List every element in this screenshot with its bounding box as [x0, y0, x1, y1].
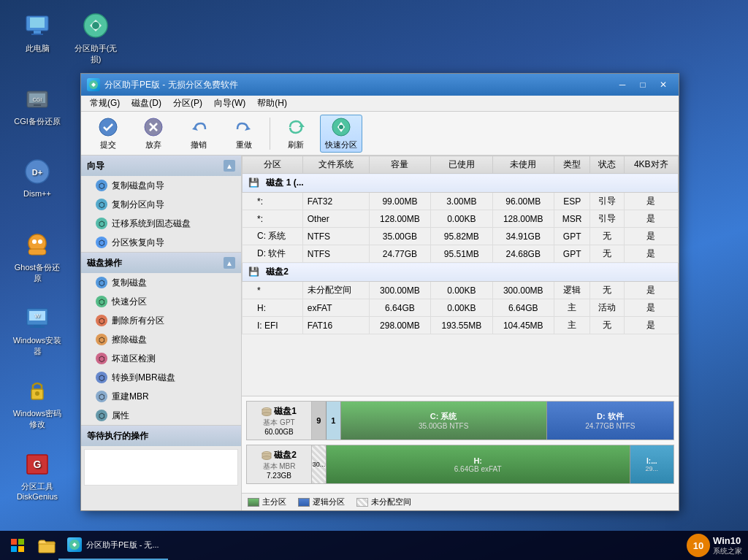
svg-point-37	[262, 412, 271, 415]
svg-rect-41	[11, 539, 17, 545]
desktop-icon-windows-install[interactable]: W Windows安装器	[11, 303, 64, 357]
svg-point-22	[35, 391, 39, 396]
window-titlebar: 分区助手PE版 - 无损分区免费软件 ─ □ ✕	[81, 74, 679, 96]
taskbar-right: 10 Win10 系统之家	[687, 534, 748, 557]
legend-logical-color	[298, 498, 310, 507]
svg-point-40	[262, 456, 271, 459]
svg-text:CGI: CGI	[33, 97, 42, 102]
table-row[interactable]: D: 软件 NTFS 24.77GB 95.51MB 24.68GB GPT 无…	[243, 245, 679, 263]
svg-rect-19	[30, 326, 45, 328]
menu-help[interactable]: 帮助(H)	[251, 96, 293, 111]
table-row[interactable]: *: Other 128.00MB 0.00KB 128.00MB MSR 引导…	[243, 210, 679, 228]
disk1-part-c[interactable]: C: 系统 35.00GB NTFS	[341, 402, 547, 440]
disk1-part-esp[interactable]: 9	[312, 402, 327, 440]
content-area: 向导 ▲ ⬡ 复制磁盘向导 ⬡ 复制分区向导 ⬡ 迁移系统到固态磁盘 ⬡ 分	[81, 156, 679, 510]
svg-rect-42	[18, 539, 24, 545]
sidebar-item-quick-partition[interactable]: ⬡ 快速分区	[81, 292, 241, 311]
table-row[interactable]: H: exFAT 6.64GB 0.00KB 6.64GB 主 活动 是	[243, 299, 679, 317]
legend-bar: 主分区 逻辑分区 未分配空间	[242, 493, 679, 510]
desktop-icon-ghost[interactable]: Ghost备份还原	[11, 230, 64, 284]
wipe-disk-icon: ⬡	[96, 334, 107, 345]
pending-ops-header: 等待执行的操作	[81, 426, 241, 446]
menubar: 常规(G) 磁盘(D) 分区(P) 向导(W) 帮助(H)	[81, 96, 679, 112]
sidebar-item-migrate-system[interactable]: ⬡ 迁移系统到固态磁盘	[81, 214, 241, 233]
col-size: 容量	[369, 156, 430, 174]
partition-recovery-icon: ⬡	[96, 237, 107, 248]
sidebar-item-properties[interactable]: ⬡ 属性	[81, 406, 241, 425]
table-row[interactable]: * 未分配空间 300.00MB 0.00KB 300.00MB 逻辑 无 是	[243, 282, 679, 299]
redo-button[interactable]: 重做	[223, 115, 265, 153]
disk1-part-msr[interactable]: 1	[327, 402, 341, 440]
svg-rect-2	[34, 31, 41, 34]
sidebar-item-bad-sector[interactable]: ⬡ 坏道区检测	[81, 349, 241, 368]
svg-point-26	[99, 118, 117, 136]
discard-button[interactable]: 放弃	[132, 115, 175, 153]
disk1-part-d[interactable]: D: 软件 24.77GB NTFS	[547, 402, 673, 440]
wizard-collapse-btn[interactable]: ▲	[224, 160, 235, 172]
menu-general[interactable]: 常规(G)	[84, 96, 126, 111]
maximize-button[interactable]: □	[633, 77, 652, 93]
taskbar-active-window[interactable]: 分区助手PE版 - 无...	[58, 531, 168, 560]
disk1-header-row: 💾 磁盘 1 (...	[243, 174, 679, 193]
disk-table: 分区 文件系统 容量 已使用 未使用 类型 状态 4KB对齐	[242, 156, 679, 334]
legend-unalloc-color	[356, 498, 368, 507]
desktop-icon-partition-assistant[interactable]: 分区助手(无损)	[69, 11, 122, 65]
toolbar-separator-1	[270, 118, 270, 150]
window-title: 分区助手PE版 - 无损分区免费软件	[104, 79, 613, 91]
svg-rect-18	[34, 325, 41, 326]
legend-primary: 主分区	[248, 496, 286, 507]
desktop-icon-my-computer[interactable]: 此电脑	[11, 11, 64, 54]
window-controls: ─ □ ✕	[613, 77, 673, 93]
sidebar-item-rebuild-mbr[interactable]: ⬡ 重建MBR	[81, 387, 241, 406]
desktop-icon-cgi-restore[interactable]: CGI CGI备份还原	[11, 84, 64, 127]
discard-icon	[143, 117, 164, 137]
sidebar-wizard-header[interactable]: 向导 ▲	[81, 156, 241, 176]
desktop-icon-dism[interactable]: D+ Dism++	[11, 157, 64, 198]
file-explorer-taskbar[interactable]	[35, 534, 58, 557]
table-row[interactable]: I: EFI FAT16 298.00MB 193.55MB 104.45MB …	[243, 317, 679, 334]
legend-unallocated: 未分配空间	[356, 496, 411, 507]
col-type: 类型	[554, 156, 589, 174]
disk2-label: 磁盘2 基本 MBR 7.23GB	[246, 445, 312, 484]
menu-disk[interactable]: 磁盘(D)	[126, 96, 167, 111]
table-row[interactable]: C: 系统 NTFS 35.00GB 95.82MB 34.91GB GPT 无…	[243, 228, 679, 245]
disk2-part-i[interactable]: I:... 29...	[630, 445, 673, 483]
sidebar-item-copy-disk-wizard[interactable]: ⬡ 复制磁盘向导	[81, 176, 241, 195]
delete-all-icon: ⬡	[96, 315, 107, 326]
svg-marker-31	[245, 126, 251, 131]
desktop-icon-diskgenius[interactable]: G 分区工具DiskGenius	[11, 449, 64, 501]
legend-logical: 逻辑分区	[298, 496, 345, 507]
quick-partition-button[interactable]: 快速分区	[320, 115, 362, 153]
sidebar-item-convert-mbr[interactable]: ⬡ 转换到MBR磁盘	[81, 368, 241, 387]
disk2-part-h[interactable]: H: 6.64GB exFAT	[327, 445, 630, 483]
close-button[interactable]: ✕	[654, 77, 673, 93]
submit-button[interactable]: 提交	[87, 115, 129, 153]
svg-rect-43	[11, 546, 17, 552]
table-row[interactable]: *: FAT32 99.00MB 3.00MB 96.00MB ESP 引导 是	[243, 193, 679, 210]
undo-button[interactable]: 撤销	[178, 115, 220, 153]
menu-wizard[interactable]: 向导(W)	[208, 96, 251, 111]
bad-sector-icon: ⬡	[96, 353, 107, 364]
window-icon	[87, 78, 100, 91]
svg-point-15	[38, 239, 42, 244]
refresh-button[interactable]: 刷新	[275, 115, 317, 153]
copy-disk-wizard-icon: ⬡	[96, 180, 107, 191]
sidebar-item-copy-disk[interactable]: ⬡ 复制磁盘	[81, 273, 241, 292]
sidebar-item-partition-recovery[interactable]: ⬡ 分区恢复向导	[81, 233, 241, 252]
minimize-button[interactable]: ─	[613, 77, 632, 93]
redo-icon	[234, 117, 254, 137]
partition-table[interactable]: 分区 文件系统 容量 已使用 未使用 类型 状态 4KB对齐	[242, 156, 679, 396]
svg-marker-32	[299, 123, 305, 127]
disk-ops-collapse-btn[interactable]: ▲	[224, 257, 235, 269]
desktop-icon-windows-pwd[interactable]: Windows密码修改	[11, 376, 64, 430]
sidebar-item-delete-all-partitions[interactable]: ⬡ 删除所有分区	[81, 311, 241, 330]
svg-point-34	[339, 125, 343, 129]
disk2-part-unalloc[interactable]: 30...	[312, 445, 327, 483]
start-button[interactable]	[0, 531, 35, 560]
menu-partition[interactable]: 分区(P)	[167, 96, 208, 111]
sidebar-item-copy-partition-wizard[interactable]: ⬡ 复制分区向导	[81, 195, 241, 214]
sidebar-item-wipe-disk[interactable]: ⬡ 擦除磁盘	[81, 330, 241, 349]
sidebar-disk-ops-header[interactable]: 磁盘操作 ▲	[81, 253, 241, 273]
right-panel: 分区 文件系统 容量 已使用 未使用 类型 状态 4KB对齐	[242, 156, 679, 510]
svg-rect-1	[30, 18, 45, 28]
